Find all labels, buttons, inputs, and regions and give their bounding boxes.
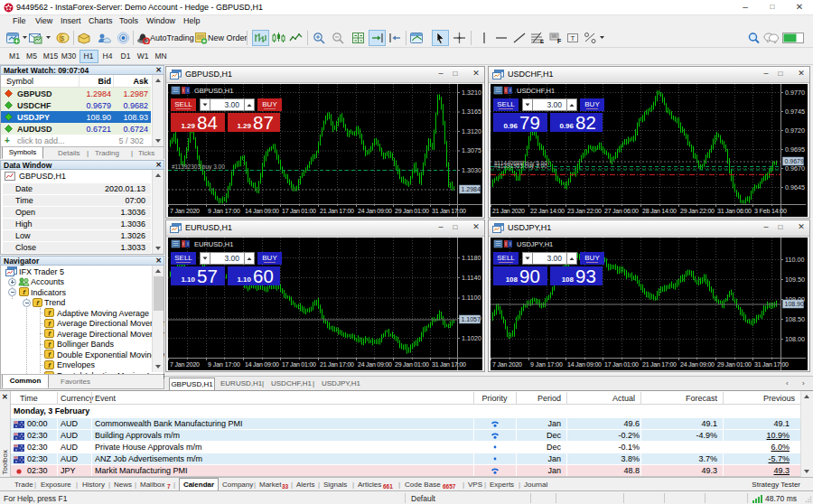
svg-text:SELL: SELL xyxy=(174,100,192,108)
svg-text:EURUSD,H1: EURUSD,H1 xyxy=(194,240,233,248)
svg-text:9 Jan 17:00: 9 Jan 17:00 xyxy=(208,361,240,368)
svg-text:1.2984: 1.2984 xyxy=(462,186,481,192)
svg-text:1.10: 1.10 xyxy=(237,275,251,284)
svg-text:1.3165: 1.3165 xyxy=(462,107,481,116)
svg-text:108.90: 108.90 xyxy=(785,301,805,307)
svg-text:7 Jan 2020: 7 Jan 2020 xyxy=(492,361,522,368)
svg-text:BUY: BUY xyxy=(262,100,277,108)
svg-text:GBPUSD,H1: GBPUSD,H1 xyxy=(194,87,233,95)
svg-text:BUY: BUY xyxy=(584,254,600,262)
svg-text:SELL: SELL xyxy=(497,100,515,108)
svg-text:79: 79 xyxy=(519,112,540,133)
svg-text:22 Jan 14:00: 22 Jan 14:00 xyxy=(530,208,565,214)
svg-text:SELL: SELL xyxy=(174,254,192,262)
svg-text:0.9645: 0.9645 xyxy=(785,183,805,191)
svg-text:1.1057: 1.1057 xyxy=(462,316,481,322)
svg-text:BUY: BUY xyxy=(584,100,600,108)
svg-text:#11392303 buy 3.00: #11392303 buy 3.00 xyxy=(172,163,225,171)
svg-text:USDJPY,H1: USDJPY,H1 xyxy=(517,240,553,248)
svg-text:9 Jan 17:00: 9 Jan 17:00 xyxy=(208,208,240,214)
svg-text:93: 93 xyxy=(575,266,596,286)
svg-text:1.1180: 1.1180 xyxy=(462,254,481,262)
svg-text:1.3030: 1.3030 xyxy=(462,166,481,174)
svg-text:31 Jan 17:00: 31 Jan 17:00 xyxy=(754,361,789,368)
svg-text:28 Jan 14:00: 28 Jan 14:00 xyxy=(642,208,677,214)
svg-text:31 Jan 06:00: 31 Jan 06:00 xyxy=(717,208,752,214)
svg-text:0.96: 0.96 xyxy=(559,122,574,130)
svg-text:21 Jan 17:00: 21 Jan 17:00 xyxy=(320,361,354,368)
svg-text:1.10: 1.10 xyxy=(181,275,195,284)
svg-text:F: F xyxy=(557,38,562,44)
svg-text:21 Jan 2020: 21 Jan 2020 xyxy=(492,208,525,214)
svg-text:1.3075: 1.3075 xyxy=(462,146,481,154)
svg-text:29 Jan 01:00: 29 Jan 01:00 xyxy=(395,208,429,214)
svg-text:21 Jan 17:00: 21 Jan 17:00 xyxy=(642,361,677,368)
svg-text:108.00: 108.00 xyxy=(785,335,805,343)
svg-text:31 Jan 17:00: 31 Jan 17:00 xyxy=(432,208,466,214)
svg-text:E: E xyxy=(540,39,544,44)
svg-text:0.9695: 0.9695 xyxy=(785,145,805,154)
svg-text:0.96: 0.96 xyxy=(503,122,518,130)
svg-text:#11391953 buy 3.00: #11391953 buy 3.00 xyxy=(494,163,547,170)
svg-text:USDCHF,H1: USDCHF,H1 xyxy=(517,87,555,95)
svg-text:31 Jan 17:00: 31 Jan 17:00 xyxy=(432,361,466,368)
svg-text:1.1100: 1.1100 xyxy=(462,294,481,302)
svg-text:57: 57 xyxy=(197,266,218,286)
svg-text:14 Jan 09:00: 14 Jan 09:00 xyxy=(245,361,279,368)
svg-text:0.9770: 0.9770 xyxy=(785,89,805,97)
svg-text:24 Jan 09:00: 24 Jan 09:00 xyxy=(680,361,715,368)
svg-text:1.1020: 1.1020 xyxy=(462,334,481,342)
svg-text:110.00: 110.00 xyxy=(785,256,804,264)
svg-text:17 Jan 01:00: 17 Jan 01:00 xyxy=(282,208,316,214)
svg-text:BUY: BUY xyxy=(262,254,277,262)
svg-text:24 Jan 09:00: 24 Jan 09:00 xyxy=(358,208,392,214)
svg-text:T: T xyxy=(571,34,575,42)
svg-text:0.9745: 0.9745 xyxy=(785,107,805,116)
svg-text:1.29: 1.29 xyxy=(181,122,195,130)
svg-text:21 Jan 17:00: 21 Jan 17:00 xyxy=(320,208,354,214)
svg-text:17 Jan 01:00: 17 Jan 01:00 xyxy=(282,361,316,368)
svg-text:108.50: 108.50 xyxy=(785,315,805,323)
svg-text:23 Jan 22:00: 23 Jan 22:00 xyxy=(567,208,602,214)
svg-text:108: 108 xyxy=(506,275,519,284)
svg-text:1.3120: 1.3120 xyxy=(462,127,481,135)
svg-text:3.00: 3.00 xyxy=(224,254,239,263)
svg-text:3 Feb 14:00: 3 Feb 14:00 xyxy=(754,208,787,214)
svg-text:17 Jan 01:00: 17 Jan 01:00 xyxy=(604,361,639,368)
svg-text:1.3210: 1.3210 xyxy=(462,89,481,97)
svg-text:29 Jan 22:00: 29 Jan 22:00 xyxy=(680,208,715,214)
svg-text:3.00: 3.00 xyxy=(224,100,239,109)
svg-text:9 Jan 17:00: 9 Jan 17:00 xyxy=(530,361,563,368)
svg-text:1.29: 1.29 xyxy=(237,122,251,130)
svg-text:3.00: 3.00 xyxy=(547,100,562,109)
svg-text:24 Jan 09:00: 24 Jan 09:00 xyxy=(358,361,392,368)
svg-text:84: 84 xyxy=(197,112,218,133)
svg-text:3.00: 3.00 xyxy=(547,254,562,263)
svg-text:82: 82 xyxy=(575,112,596,133)
svg-text:SELL: SELL xyxy=(497,254,515,262)
svg-text:109.50: 109.50 xyxy=(785,275,805,284)
svg-text:60: 60 xyxy=(253,266,274,286)
svg-text:108: 108 xyxy=(562,275,575,284)
svg-text:27 Jan 06:00: 27 Jan 06:00 xyxy=(604,208,639,214)
svg-text:14 Jan 09:00: 14 Jan 09:00 xyxy=(567,361,602,368)
svg-text:14 Jan 09:00: 14 Jan 09:00 xyxy=(245,208,279,214)
svg-text:29 Jan 01:00: 29 Jan 01:00 xyxy=(395,361,429,368)
svg-text:0.9679: 0.9679 xyxy=(785,158,805,164)
svg-text:90: 90 xyxy=(519,266,540,286)
svg-text:29 Jan 01:00: 29 Jan 01:00 xyxy=(717,361,752,368)
svg-text:1.1140: 1.1140 xyxy=(462,274,481,282)
svg-text:7 Jan 2020: 7 Jan 2020 xyxy=(170,361,200,368)
svg-text:87: 87 xyxy=(253,112,274,133)
svg-text:7 Jan 2020: 7 Jan 2020 xyxy=(170,208,200,214)
svg-text:0.9720: 0.9720 xyxy=(785,126,805,135)
svg-text:$: $ xyxy=(61,34,65,42)
